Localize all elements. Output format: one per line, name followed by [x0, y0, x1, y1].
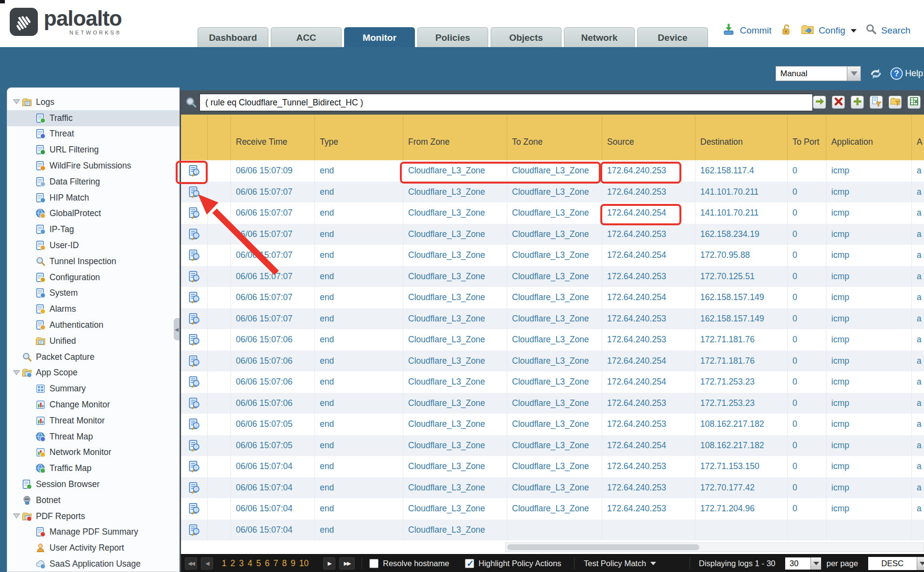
- cell-from-zone[interactable]: Cloudflare_L3_Zone: [403, 393, 507, 414]
- cell-from-zone[interactable]: Cloudflare_L3_Zone: [403, 456, 507, 477]
- tab-monitor[interactable]: Monitor: [344, 27, 415, 47]
- column-header-a[interactable]: A: [912, 115, 924, 160]
- column-header-blank[interactable]: [208, 115, 231, 160]
- column-header-receive-time[interactable]: Receive Time: [231, 115, 315, 160]
- log-detail-icon[interactable]: [181, 520, 208, 541]
- log-detail-icon[interactable]: [181, 456, 208, 477]
- expand-triangle-icon[interactable]: [11, 99, 22, 105]
- cell-to-zone[interactable]: Cloudflare_L3_Zone: [507, 477, 602, 499]
- table-row[interactable]: 06/06 15:07:09endCloudflare_L3_ZoneCloud…: [181, 160, 924, 182]
- page-number-3[interactable]: 3: [239, 558, 244, 569]
- cell-source[interactable]: 172.64.240.254: [602, 435, 695, 456]
- cell-application[interactable]: icmp: [826, 477, 912, 499]
- cell-type[interactable]: end: [315, 498, 403, 520]
- cell-to-port[interactable]: 0: [788, 308, 826, 330]
- cell-to-port[interactable]: 0: [788, 224, 826, 245]
- resolve-hostname-label[interactable]: Resolve hostname: [383, 559, 449, 568]
- cell-destination[interactable]: 172.71.253.23: [695, 393, 788, 414]
- cell-action[interactable]: a: [912, 435, 924, 456]
- refresh-icon[interactable]: [869, 67, 883, 81]
- cell-to-port[interactable]: 0: [788, 182, 826, 203]
- cell-destination[interactable]: 172.71.204.96: [695, 498, 788, 520]
- sidebar-item-unified[interactable]: Unified: [7, 333, 180, 349]
- cell-source[interactable]: 172.64.240.253: [602, 224, 695, 245]
- log-detail-icon[interactable]: [181, 329, 208, 351]
- cell-to-zone[interactable]: Cloudflare_L3_Zone: [507, 329, 602, 351]
- sidebar-item-change-monitor[interactable]: Change Monitor: [7, 397, 180, 413]
- column-header-destination[interactable]: Destination: [695, 115, 788, 160]
- sidebar-item-ip-tag[interactable]: IP-Tag: [7, 221, 180, 237]
- cell-to-zone[interactable]: Cloudflare_L3_Zone: [507, 287, 602, 308]
- log-detail-icon[interactable]: [181, 477, 208, 499]
- cell-action[interactable]: a: [912, 351, 924, 372]
- cell-source[interactable]: 172.64.240.253: [602, 329, 695, 351]
- cell-to-zone[interactable]: Cloudflare_L3_Zone: [507, 435, 602, 456]
- horizontal-scrollbar[interactable]: [505, 542, 924, 552]
- sidebar-item-alarms[interactable]: Alarms: [7, 301, 180, 317]
- cell-destination[interactable]: 162.158.234.19: [695, 224, 788, 245]
- cell-action[interactable]: a: [912, 202, 924, 224]
- cell-to-zone[interactable]: Cloudflare_L3_Zone: [507, 182, 602, 203]
- table-row[interactable]: 06/06 15:07:07endCloudflare_L3_ZoneCloud…: [181, 224, 924, 245]
- cell-action[interactable]: a: [912, 456, 924, 477]
- cell-receive-time[interactable]: 06/06 15:07:07: [231, 182, 315, 203]
- cell-action[interactable]: a: [912, 287, 924, 308]
- cell-receive-time[interactable]: 06/06 15:07:04: [231, 477, 315, 499]
- sidebar-item-threat-monitor[interactable]: Threat Monitor: [7, 413, 180, 429]
- filter-builder-button[interactable]: [870, 96, 883, 109]
- sidebar-item-logs[interactable]: Logs: [7, 94, 180, 110]
- cell-to-zone[interactable]: Cloudflare_L3_Zone: [507, 351, 602, 372]
- cell-from-zone[interactable]: Cloudflare_L3_Zone: [403, 224, 507, 245]
- cell-receive-time[interactable]: 06/06 15:07:06: [231, 393, 315, 414]
- cell-application[interactable]: icmp: [826, 351, 912, 372]
- cell-to-port[interactable]: 0: [788, 371, 826, 393]
- column-header-application[interactable]: Application: [826, 115, 912, 160]
- cell-receive-time[interactable]: 06/06 15:07:05: [231, 435, 315, 456]
- cell-receive-time[interactable]: 06/06 15:07:06: [231, 329, 315, 351]
- log-detail-icon[interactable]: [181, 287, 208, 308]
- tab-acc[interactable]: ACC: [271, 27, 342, 47]
- cell-application[interactable]: icmp: [826, 202, 912, 224]
- cell-from-zone[interactable]: Cloudflare_L3_Zone: [403, 245, 507, 266]
- cell-type[interactable]: end: [315, 477, 403, 499]
- page-number-2[interactable]: 2: [231, 558, 235, 569]
- page-number-4[interactable]: 4: [248, 558, 252, 569]
- table-row[interactable]: 06/06 15:07:07endCloudflare_L3_ZoneCloud…: [181, 182, 924, 203]
- page-number-1[interactable]: 1: [222, 558, 227, 569]
- sidebar-item-url-filtering[interactable]: URL Filtering: [7, 142, 180, 158]
- help-label[interactable]: Help: [905, 68, 923, 79]
- cell-to-port[interactable]: 0: [788, 435, 826, 456]
- cell-from-zone[interactable]: Cloudflare_L3_Zone: [403, 182, 507, 203]
- tab-network[interactable]: Network: [564, 27, 635, 47]
- cell-destination[interactable]: 162.158.157.149: [695, 308, 788, 330]
- cell-application[interactable]: icmp: [826, 435, 912, 456]
- cell-from-zone[interactable]: Cloudflare_L3_Zone: [403, 329, 507, 351]
- expand-triangle-icon[interactable]: [11, 513, 22, 520]
- cell-application[interactable]: icmp: [826, 414, 912, 435]
- cell-from-zone[interactable]: Cloudflare_L3_Zone: [403, 498, 507, 520]
- cell-application[interactable]: icmp: [826, 456, 912, 477]
- prev-page-button[interactable]: ◀: [201, 557, 213, 570]
- log-detail-icon[interactable]: [181, 393, 208, 414]
- cell-receive-time[interactable]: 06/06 15:07:04: [231, 498, 315, 520]
- cell-source[interactable]: 172.64.240.254: [602, 245, 695, 266]
- cell-type[interactable]: end: [315, 329, 403, 351]
- cell-destination[interactable]: 108.162.217.182: [695, 435, 788, 456]
- cell-action[interactable]: a: [912, 224, 924, 245]
- resolve-hostname-checkbox[interactable]: [369, 559, 379, 568]
- cell-from-zone[interactable]: Cloudflare_L3_Zone: [403, 520, 507, 541]
- column-header-to-zone[interactable]: To Zone: [507, 115, 602, 160]
- table-row[interactable]: 06/06 15:07:05endCloudflare_L3_ZoneCloud…: [181, 435, 924, 456]
- cell-application[interactable]: icmp: [826, 245, 912, 266]
- page-number-5[interactable]: 5: [256, 558, 261, 569]
- cell-receive-time[interactable]: 06/06 15:07:06: [231, 351, 315, 372]
- cell-receive-time[interactable]: 06/06 15:07:07: [231, 245, 315, 266]
- lock-icon[interactable]: [780, 23, 792, 38]
- export-logs-button[interactable]: [908, 96, 921, 109]
- cell-to-port[interactable]: 0: [788, 329, 826, 351]
- sidebar-item-user-id[interactable]: User-ID: [7, 237, 180, 253]
- cell-source[interactable]: 172.64.240.253: [602, 160, 695, 182]
- sidebar-item-botnet[interactable]: Botnet: [7, 492, 180, 508]
- table-row[interactable]: 06/06 15:07:07endCloudflare_L3_ZoneCloud…: [181, 287, 924, 308]
- column-header-to-port[interactable]: To Port: [788, 115, 826, 160]
